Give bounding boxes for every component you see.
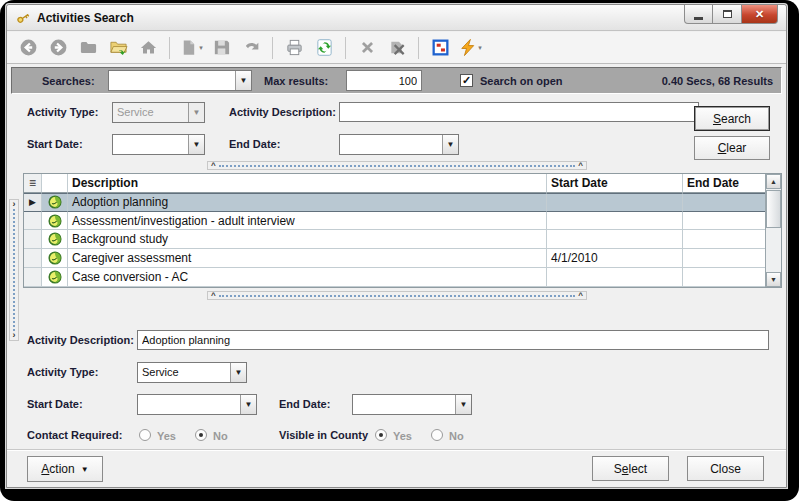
detail-end-date-combo[interactable]: ▼ (352, 394, 472, 415)
visible-in-county-label: Visible in County (279, 429, 368, 441)
visible-in-county-yes-radio[interactable] (375, 429, 387, 441)
window-title: Activities Search (37, 11, 134, 25)
end-date-combo[interactable]: ▼ (339, 134, 459, 155)
open-folder-icon[interactable] (105, 35, 131, 61)
row-indicator: ▶ (24, 193, 42, 212)
clear-button[interactable]: Clear (694, 136, 770, 160)
detail-activity-type-combo[interactable]: Service ▼ (137, 362, 247, 383)
searches-combo[interactable]: ▼ (108, 70, 252, 91)
delete-icon[interactable] (354, 35, 380, 61)
start-date-label: Start Date: (27, 138, 83, 150)
detail-panel: Activity Description: Activity Type: Ser… (7, 303, 786, 451)
forward-icon[interactable] (45, 35, 71, 61)
activities-search-window: Activities Search ✕ (6, 4, 787, 488)
collapse-right-icon[interactable]: › (13, 200, 16, 209)
close-dialog-button[interactable]: Close (687, 456, 764, 481)
table-row[interactable]: Background study (24, 230, 765, 249)
activity-description-label: Activity Description: (229, 106, 336, 118)
grid-scrollbar[interactable]: ▲ ▼ (765, 174, 781, 287)
print-icon[interactable] (281, 35, 307, 61)
detail-start-date-label: Start Date: (27, 398, 83, 410)
footer-bar: Action ▼ Select Close (7, 449, 786, 487)
contact-required-no-label: No (213, 430, 228, 442)
chevron-down-icon[interactable]: ▼ (455, 395, 471, 414)
icon-column-header (42, 174, 68, 193)
save-icon[interactable] (208, 35, 234, 61)
search-on-open-label: Search on open (480, 75, 563, 87)
detail-activity-description-input[interactable] (137, 330, 769, 350)
select-button[interactable]: Select (592, 456, 669, 481)
chevron-down-icon[interactable]: ▼ (188, 135, 204, 154)
scroll-up-icon[interactable]: ▲ (766, 174, 781, 189)
refresh-icon[interactable] (311, 35, 337, 61)
search-on-open-checkbox[interactable] (460, 74, 473, 87)
end-date-label: End Date: (229, 138, 280, 150)
new-page-icon[interactable]: ▾ (178, 35, 204, 61)
action-button[interactable]: Action ▼ (27, 456, 103, 482)
folder-icon[interactable] (75, 35, 101, 61)
searches-label: Searches: (42, 75, 95, 87)
minimize-button[interactable] (684, 5, 713, 24)
detail-activity-type-label: Activity Type: (27, 366, 98, 378)
contact-required-yes-radio[interactable] (139, 429, 151, 441)
back-icon[interactable] (15, 35, 41, 61)
lightning-dropdown-icon: ▾ (478, 44, 482, 52)
clear-results-icon[interactable] (384, 35, 410, 61)
lightning-icon[interactable]: ▾ (457, 35, 483, 61)
activity-type-combo[interactable]: Service ▼ (112, 102, 205, 123)
contact-required-yes-label: Yes (157, 430, 176, 442)
collapse-up-icon[interactable]: ^ (575, 292, 586, 299)
toolbar: ▾ (7, 32, 786, 64)
start-date-combo[interactable]: ▼ (112, 134, 205, 155)
undo-icon[interactable] (238, 35, 264, 61)
table-row[interactable]: ▶ Adoption planning (24, 193, 765, 212)
maximize-button[interactable] (713, 5, 742, 24)
collapse-up-icon[interactable]: ^ (208, 162, 219, 169)
contact-required-label: Contact Required: (27, 429, 122, 441)
collapse-up-icon[interactable]: ^ (575, 162, 586, 169)
form-window-icon[interactable] (427, 35, 453, 61)
activity-icon (42, 193, 68, 212)
max-results-label: Max results: (264, 75, 328, 87)
table-row[interactable]: Case conversion - AC (24, 268, 765, 287)
action-dropdown-icon: ▼ (81, 465, 89, 474)
start-date-column-header[interactable]: Start Date (547, 174, 683, 193)
description-column-header[interactable]: Description (68, 174, 547, 193)
collapse-up-icon[interactable]: ^ (208, 292, 219, 299)
chevron-down-icon: ▼ (188, 103, 204, 122)
toolbar-separator (418, 37, 419, 59)
home-icon[interactable] (135, 35, 161, 61)
chevron-down-icon[interactable]: ▼ (442, 135, 458, 154)
end-date-column-header[interactable]: End Date (683, 174, 765, 193)
scrollbar-thumb[interactable] (766, 190, 781, 228)
results-grid: ≡ Description Start Date End Date ▶ Adop… (23, 173, 782, 288)
table-row[interactable]: Assessment/investigation - adult intervi… (24, 212, 765, 231)
detail-end-date-label: End Date: (279, 398, 330, 410)
titlebar[interactable]: Activities Search ✕ (7, 5, 786, 31)
row-indicator (24, 249, 42, 268)
table-row[interactable]: Caregiver assessment 4/1/2010 (24, 249, 765, 268)
row-indicator (24, 212, 42, 231)
horizontal-splitter-bottom[interactable]: ^ ^ (207, 291, 587, 300)
filter-form: Activity Type: Service ▼ Activity Descri… (7, 98, 786, 164)
toolbar-separator (272, 37, 273, 59)
key-icon (15, 10, 31, 26)
detail-start-date-combo[interactable]: ▼ (137, 394, 257, 415)
search-button[interactable]: Search (694, 106, 770, 131)
max-results-input[interactable] (346, 70, 422, 91)
row-selector-header-icon: ≡ (24, 174, 42, 193)
visible-in-county-yes-label: Yes (393, 430, 412, 442)
visible-in-county-no-radio[interactable] (431, 429, 443, 441)
activity-icon (42, 212, 68, 231)
chevron-down-icon[interactable]: ▼ (235, 71, 251, 90)
scroll-down-icon[interactable]: ▼ (766, 272, 781, 287)
detail-activity-description-label: Activity Description: (27, 334, 134, 346)
chevron-down-icon[interactable]: ▼ (240, 395, 256, 414)
chevron-down-icon[interactable]: ▼ (230, 363, 246, 382)
row-indicator (24, 230, 42, 249)
horizontal-splitter-top[interactable]: ^ ^ (207, 161, 587, 170)
close-button[interactable]: ✕ (742, 5, 778, 24)
activity-description-input[interactable] (339, 102, 699, 122)
window-controls: ✕ (684, 5, 778, 24)
contact-required-no-radio[interactable] (195, 429, 207, 441)
